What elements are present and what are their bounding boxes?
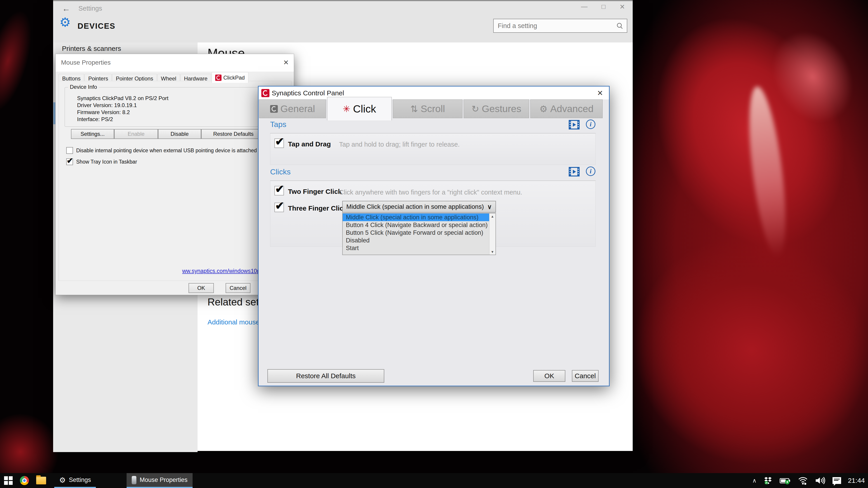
general-icon bbox=[270, 105, 278, 113]
restore-defaults-button[interactable]: Restore Defaults bbox=[201, 129, 266, 139]
action-center-icon[interactable] bbox=[833, 477, 841, 484]
disable-internal-pointing-row: Disable internal pointing device when ex… bbox=[66, 147, 257, 154]
start-button[interactable] bbox=[4, 476, 13, 485]
chevron-down-icon: ∨ bbox=[487, 203, 492, 210]
checkmark-icon: ✔ bbox=[275, 184, 284, 195]
two-finger-click-checkbox[interactable]: ✔ bbox=[274, 186, 284, 195]
dropbox-icon[interactable] bbox=[763, 476, 773, 485]
synaptics-logo-icon bbox=[215, 74, 221, 81]
device-info-line: Firmware Version: 8.2 bbox=[77, 109, 130, 116]
show-tray-icon-checkbox[interactable]: ✔ bbox=[66, 158, 73, 165]
close-icon[interactable]: ✕ bbox=[597, 89, 603, 97]
wifi-icon[interactable] bbox=[798, 476, 808, 485]
dropdown-option[interactable]: Disabled bbox=[343, 236, 489, 244]
device-info-line: Synaptics ClickPad V8.2 on PS/2 Port bbox=[77, 95, 168, 101]
minimize-button[interactable]: — bbox=[581, 3, 587, 11]
synaptics-logo-icon bbox=[261, 89, 270, 97]
tab-general[interactable]: General bbox=[259, 99, 326, 118]
taskbar-clock[interactable]: 21:44 bbox=[848, 477, 865, 484]
checkbox-label: Show Tray Icon in Taskbar bbox=[76, 159, 137, 165]
enable-button: Enable bbox=[114, 129, 158, 139]
info-icon[interactable]: i bbox=[586, 166, 595, 176]
disable-button[interactable]: Disable bbox=[158, 129, 201, 139]
taskbar-app-label: Mouse Properties bbox=[140, 477, 188, 484]
checkbox-label: Disable internal pointing device when ex… bbox=[76, 148, 257, 154]
back-button[interactable]: ← bbox=[62, 4, 70, 13]
two-finger-click-desc: Click anywhere with two fingers for a "r… bbox=[339, 189, 522, 196]
three-finger-action-dropdown[interactable]: Middle Click (special action in some app… bbox=[342, 201, 496, 213]
file-explorer-icon[interactable] bbox=[36, 477, 46, 484]
dialog-titlebar: Synaptics Control Panel bbox=[258, 87, 609, 99]
dialog-title: Synaptics Control Panel bbox=[272, 89, 344, 97]
cancel-button[interactable]: Cancel bbox=[572, 370, 598, 382]
scroll-up-icon[interactable]: ▲ bbox=[491, 215, 494, 218]
tab-label: Click bbox=[353, 103, 376, 115]
taps-panel bbox=[270, 133, 596, 165]
dropdown-open-list: Middle Click (special action in some app… bbox=[342, 213, 496, 255]
info-glyph: i bbox=[590, 121, 592, 128]
tap-and-drag-desc: Tap and hold to drag; lift finger to rel… bbox=[339, 141, 460, 148]
click-starburst-icon: ✳ bbox=[343, 104, 350, 113]
tab-label: General bbox=[281, 103, 315, 114]
scroll-arrows-icon: ⇅ bbox=[410, 104, 418, 113]
tab-advanced[interactable]: ⚙ Advanced bbox=[530, 99, 602, 118]
synaptics-website-link[interactable]: ww.synaptics.com/windows10prev bbox=[182, 268, 268, 274]
disable-internal-pointing-checkbox[interactable] bbox=[66, 147, 73, 154]
ok-button[interactable]: OK bbox=[533, 370, 565, 382]
close-button[interactable]: ✕ bbox=[620, 3, 625, 11]
tap-and-drag-label: Tap and Drag bbox=[288, 140, 331, 148]
tab-clickpad[interactable]: ClickPad bbox=[212, 72, 248, 83]
caption-buttons: — □ ✕ bbox=[581, 3, 625, 11]
cancel-button[interactable]: Cancel bbox=[225, 283, 250, 293]
device-info-line: Driver Version: 19.0.19.1 bbox=[77, 102, 137, 108]
dropdown-option[interactable]: Start bbox=[343, 244, 489, 252]
ok-button[interactable]: OK bbox=[188, 283, 214, 293]
page-title: DEVICES bbox=[78, 22, 116, 31]
restore-all-defaults-button[interactable]: Restore All Defaults bbox=[268, 369, 384, 383]
scroll-down-icon[interactable]: ▼ bbox=[491, 250, 494, 254]
volume-icon[interactable] bbox=[815, 476, 826, 485]
taskbar-app-label: Settings bbox=[69, 477, 91, 484]
windows-logo-icon bbox=[9, 476, 13, 480]
tab-label: Advanced bbox=[550, 103, 593, 114]
tray-expand-icon[interactable]: ∧ bbox=[752, 477, 756, 484]
chrome-icon[interactable] bbox=[20, 476, 29, 485]
search-icon bbox=[616, 22, 624, 30]
checkmark-icon: ✔ bbox=[275, 200, 284, 211]
windows-logo-icon bbox=[4, 481, 8, 485]
video-demo-icon[interactable] bbox=[569, 120, 580, 129]
search-input[interactable] bbox=[494, 22, 616, 30]
dropdown-value: Middle Click (special action in some app… bbox=[346, 203, 484, 210]
advanced-gear-icon: ⚙ bbox=[539, 104, 548, 113]
dropdown-option[interactable]: Middle Click (special action in some app… bbox=[343, 214, 489, 221]
gestures-swirl-icon: ↻ bbox=[471, 104, 479, 113]
search-box bbox=[493, 19, 627, 33]
settings-button[interactable]: Settings... bbox=[71, 129, 114, 139]
show-tray-icon-row: ✔ Show Tray Icon in Taskbar bbox=[66, 158, 137, 165]
tab-gestures[interactable]: ↻ Gestures bbox=[464, 99, 529, 118]
dropdown-option[interactable]: Button 5 Click (Navigate Forward or spec… bbox=[343, 229, 489, 236]
sidebar-item-printers[interactable]: Printers & scanners bbox=[62, 45, 121, 53]
two-finger-click-label: Two Finger Click bbox=[288, 188, 342, 195]
taskbar-app-mouse-properties[interactable]: Mouse Properties bbox=[127, 473, 193, 488]
three-finger-click-checkbox[interactable]: ✔ bbox=[274, 203, 284, 212]
maximize-button[interactable]: □ bbox=[601, 3, 606, 11]
info-icon[interactable]: i bbox=[586, 120, 595, 129]
windows-logo-icon bbox=[9, 481, 13, 485]
close-icon[interactable]: ✕ bbox=[283, 59, 289, 66]
dropdown-scrollbar[interactable]: ▲ ▼ bbox=[489, 214, 495, 255]
taskbar-app-settings[interactable]: ⚙ Settings bbox=[54, 473, 96, 488]
tap-and-drag-checkbox[interactable]: ✔ bbox=[274, 138, 284, 148]
system-tray: ∧ bbox=[752, 473, 865, 488]
tab-label: Gestures bbox=[482, 103, 521, 114]
battery-saver-icon[interactable] bbox=[780, 476, 791, 485]
flower-petal bbox=[0, 6, 41, 116]
tab-click[interactable]: ✳ Click bbox=[327, 97, 392, 121]
video-demo-icon[interactable] bbox=[569, 167, 580, 176]
checkmark-icon: ✔ bbox=[275, 136, 284, 147]
tab-scroll[interactable]: ⇅ Scroll bbox=[393, 99, 463, 118]
tab-label: Scroll bbox=[421, 103, 445, 114]
dropdown-option[interactable]: Button 4 Click (Navigate Backward or spe… bbox=[343, 221, 489, 229]
synaptics-tabs: General ✳ Click ⇅ Scroll ↻ Gestures ⚙ Ad… bbox=[259, 99, 610, 121]
taps-heading: Taps bbox=[270, 120, 286, 129]
